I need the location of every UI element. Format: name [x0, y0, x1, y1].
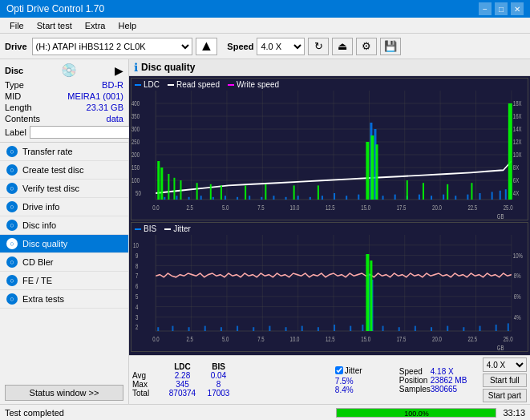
svg-rect-148: [220, 327, 222, 331]
disc-quality-header: ℹ Disc quality: [129, 59, 530, 76]
jitter-legend-dot: [164, 228, 171, 230]
save-button[interactable]: 💾: [380, 38, 401, 55]
bis-legend: BIS Jitter: [131, 223, 528, 235]
cd-bler-icon: ○: [6, 256, 18, 268]
svg-rect-151: [269, 326, 270, 331]
svg-rect-160: [382, 326, 384, 331]
svg-rect-59: [310, 197, 311, 200]
speed-select[interactable]: 4.0 X: [257, 38, 305, 55]
read-legend-dot: [168, 84, 174, 86]
sidebar-item-drive-info[interactable]: ○ Drive info: [0, 198, 128, 216]
disc-mid-row: MID MEIRA1 (001): [5, 91, 123, 102]
sidebar-item-cd-bler[interactable]: ○ CD Bler: [0, 253, 128, 272]
svg-rect-152: [285, 327, 287, 331]
sidebar-item-label-disc-quality: Disc quality: [22, 239, 67, 248]
svg-text:10.0: 10.0: [290, 334, 300, 343]
menu-file[interactable]: File: [3, 19, 30, 32]
menu-help[interactable]: Help: [111, 19, 143, 32]
sidebar-item-verify-test-disc[interactable]: ○ Verify test disc: [0, 180, 128, 198]
disc-contents-label: Contents: [5, 114, 40, 123]
position-stat-value: 23862 MB: [431, 376, 467, 385]
write-legend-dot: [228, 84, 234, 86]
status-window-button[interactable]: Status window >>: [5, 385, 123, 401]
svg-rect-82: [173, 178, 175, 200]
refresh-button[interactable]: ↻: [308, 38, 329, 55]
maximize-button[interactable]: □: [495, 2, 508, 15]
bis-chart: BIS Jitter: [131, 222, 528, 352]
svg-text:200: 200: [131, 151, 140, 160]
avg-ldc-value: 2.28: [164, 371, 200, 380]
disc-header: Disc 💿 ▶: [5, 63, 123, 78]
svg-text:6%: 6%: [514, 293, 521, 301]
sidebar-item-disc-quality[interactable]: ○ Disc quality: [0, 235, 128, 253]
svg-text:8X: 8X: [513, 164, 520, 172]
svg-text:14X: 14X: [513, 125, 522, 134]
svg-rect-84: [196, 183, 198, 200]
svg-rect-91: [366, 142, 369, 200]
svg-text:350: 350: [131, 112, 140, 121]
read-legend-item: Read speed: [168, 80, 220, 89]
main-area: Disc 💿 ▶ Type BD-R MID MEIRA1 (001) Leng…: [0, 59, 530, 404]
col-bis-header: BIS: [200, 362, 237, 371]
jitter-section: Jitter 7.5% 8.4%: [335, 366, 399, 394]
svg-rect-93: [375, 144, 378, 200]
disc-eject-button[interactable]: ⏏: [332, 38, 353, 55]
stats-area: LDC BIS Avg 2.28 0.04 Max 345 8: [129, 355, 530, 404]
minimize-button[interactable]: −: [479, 2, 492, 15]
speed-combo-select[interactable]: 4.0 X: [483, 357, 527, 372]
ldc-legend: LDC Read speed Write speed: [131, 79, 528, 91]
settings-button[interactable]: ⚙: [356, 38, 377, 55]
close-button[interactable]: ✕: [511, 2, 524, 15]
svg-text:12.5: 12.5: [326, 334, 335, 343]
sidebar-item-transfer-rate[interactable]: ○ Transfer rate: [0, 143, 128, 161]
menu-extra[interactable]: Extra: [79, 19, 112, 32]
svg-rect-77: [505, 189, 507, 200]
eject-button[interactable]: ▲: [196, 38, 218, 55]
disc-arrow-icon[interactable]: ▶: [115, 64, 123, 77]
sidebar-item-create-test-disc[interactable]: ○ Create test disc: [0, 161, 128, 180]
drive-select[interactable]: (H:) ATAPI iHBS112 2 CL0K: [32, 38, 192, 55]
start-full-button[interactable]: Start full: [483, 374, 527, 387]
svg-rect-153: [301, 326, 303, 331]
svg-rect-73: [467, 195, 468, 200]
sidebar-item-fe-te[interactable]: ○ FE / TE: [0, 272, 128, 290]
svg-rect-67: [394, 195, 396, 200]
svg-text:20.0: 20.0: [432, 203, 442, 212]
drive-info-icon: ○: [6, 201, 18, 212]
disc-label-input[interactable]: [30, 126, 133, 139]
svg-rect-72: [455, 196, 456, 200]
svg-text:9: 9: [136, 251, 139, 260]
total-label: Total: [132, 389, 164, 398]
max-label: Max: [132, 380, 164, 389]
verify-test-disc-icon: ○: [6, 183, 18, 194]
jitter-checkbox[interactable]: [335, 366, 343, 374]
svg-text:10.0: 10.0: [290, 203, 300, 212]
svg-text:400: 400: [131, 99, 140, 108]
svg-rect-144: [157, 327, 159, 331]
svg-text:5.0: 5.0: [222, 334, 229, 343]
svg-rect-57: [285, 197, 287, 200]
svg-rect-170: [370, 260, 372, 331]
svg-rect-157: [362, 325, 363, 331]
sidebar: Disc 💿 ▶ Type BD-R MID MEIRA1 (001) Leng…: [0, 59, 129, 404]
disc-mid-label: MID: [5, 91, 21, 101]
svg-rect-55: [261, 197, 262, 200]
svg-text:20.0: 20.0: [432, 334, 442, 343]
disc-type-value: BD-R: [102, 80, 123, 90]
start-part-button[interactable]: Start part: [483, 389, 527, 402]
svg-text:12X: 12X: [513, 138, 522, 147]
disc-panel-title: Disc: [5, 66, 23, 75]
svg-rect-155: [334, 325, 335, 331]
sidebar-item-extra-tests[interactable]: ○ Extra tests: [0, 290, 128, 309]
menu-start-test[interactable]: Start test: [30, 19, 79, 32]
disc-label-row: Label ⚙: [5, 126, 123, 139]
svg-rect-149: [237, 326, 238, 331]
transfer-rate-icon: ○: [6, 146, 18, 157]
sidebar-item-disc-info[interactable]: ○ Disc info: [0, 216, 128, 235]
svg-text:25.0: 25.0: [504, 334, 513, 343]
svg-rect-169: [366, 254, 369, 331]
max-ldc-value: 345: [164, 380, 200, 389]
max-bis-value: 8: [200, 380, 237, 389]
sidebar-item-label-verify-test-disc: Verify test disc: [22, 184, 79, 193]
jitter-label: Jitter: [345, 366, 362, 375]
